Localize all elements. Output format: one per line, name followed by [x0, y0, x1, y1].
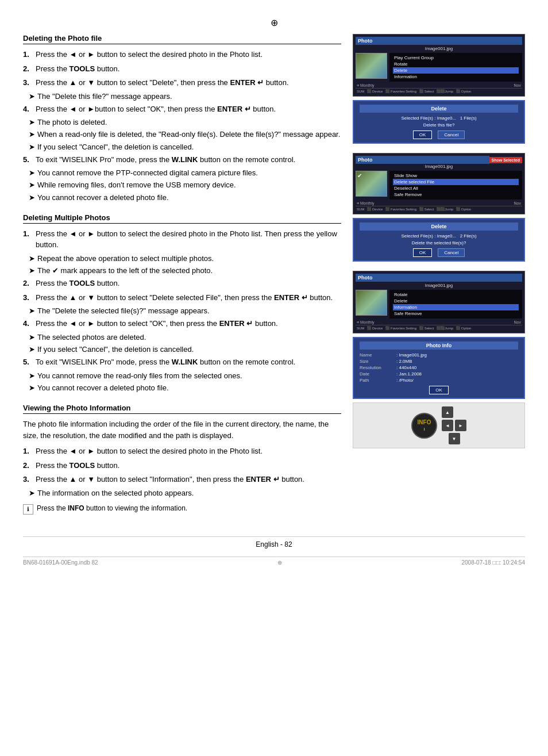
menu-item: Play Current Group	[393, 55, 519, 61]
remote-control-area: INFOi ▲ ◄ ► ▼	[353, 402, 525, 448]
step-3-1: 1. Press the ◄ or ► button to select the…	[23, 446, 341, 457]
date-right: 2008-07-18 □□: 10:24:54	[462, 559, 526, 566]
step-text: Press the TOOLS button.	[36, 63, 341, 75]
info-label: Date	[360, 371, 394, 377]
step-number: 4.	[23, 318, 32, 329]
compass-bottom: ⊕	[277, 559, 282, 566]
step-1-3: 3. Press the ▲ or ▼ button to select "De…	[23, 77, 341, 89]
substep: ➤You cannot remove the read-only files f…	[29, 371, 341, 381]
substep-group: ➤Repeat the above operation to select mu…	[29, 254, 341, 276]
dialog-buttons: OK Cancel	[360, 248, 518, 257]
screen-header: Photo	[356, 37, 522, 45]
substep: ➤The ✔ mark appears to the left of the s…	[29, 266, 341, 276]
photo-screen-3: Photo Image001.jpg Rotate Delete Informa…	[353, 271, 525, 333]
screen-body: Rotate Delete Information Safe Remove	[356, 290, 522, 318]
step-number: 1.	[23, 446, 32, 457]
menu-item: Safe Remove	[393, 310, 519, 317]
step-2-1: 1. Press the ◄ or ► button to select the…	[23, 228, 341, 251]
cancel-button[interactable]: Cancel	[438, 131, 465, 139]
menu-item-delete: Delete	[393, 67, 519, 74]
step-1-4: 4. Press the ◄ or ►button to select "OK"…	[23, 103, 341, 115]
screen-group-3: Photo Image001.jpg Rotate Delete Informa…	[353, 271, 525, 448]
info-value: : /Photo/	[396, 378, 414, 383]
info-button: INFOi	[418, 419, 431, 432]
info-label: Name	[360, 352, 394, 358]
substep: ➤The "Delete the selected file(s)?" mess…	[29, 306, 341, 316]
info-note: ℹ Press the INFO button to viewing the i…	[23, 504, 341, 515]
step-1-2: 2. Press the TOOLS button.	[23, 63, 341, 75]
photo-thumbnail: ✔	[356, 171, 387, 197]
substep: ➤If you select "Cancel", the deletion is…	[29, 142, 341, 152]
step-1-5: 5. To exit "WISELINK Pro" mode, press th…	[23, 154, 341, 166]
top-compass: ⊕	[23, 17, 525, 28]
step-2-4: 4. Press the ◄ or ► button to select "OK…	[23, 318, 341, 329]
dialog-file-info: Selected File(s) : Image0... 2 File(s)	[360, 233, 518, 239]
info-value: : Jan.1.2008	[396, 371, 422, 377]
screen-body: Play Current Group Rotate Delete Informa…	[356, 53, 522, 82]
info-label: Size	[360, 359, 394, 364]
section-deleting-multiple: Deleting Multiple Photos 1. Press the ◄ …	[23, 213, 341, 393]
page-footer: English - 82	[23, 536, 525, 552]
left-column: Deleting the Photo file 1. Press the ◄ o…	[23, 34, 341, 525]
substep: ➤The "Delete this file?" message appears…	[29, 91, 341, 102]
step-2-3: 3. Press the ▲ or ▼ button to select "De…	[23, 292, 341, 304]
screen-body: ✔ Slide Show Delete selected File Desele…	[356, 171, 522, 199]
menu-item: Information	[393, 74, 519, 80]
photo-thumbnail	[356, 53, 387, 79]
bottom-info-bar: BN68-01691A-00Eng.indb 82 ⊕ 2008-07-18 □…	[23, 557, 525, 566]
substep: ➤When a read-only file is deleted, the "…	[29, 129, 341, 140]
step-number: 2.	[23, 63, 32, 75]
dialog-file-info: Selected File(s) : Image0... 1 File(s)	[360, 116, 518, 121]
image-title: Image001.jpg	[356, 283, 522, 288]
step-text: Press the ◄ or ► button to select the de…	[36, 446, 341, 457]
screen-header: Photo	[356, 156, 489, 164]
menu-item-info: Information	[393, 304, 519, 310]
step-number: 4.	[23, 103, 32, 115]
menu-item: Rotate	[393, 291, 519, 298]
ok-button[interactable]: OK	[413, 248, 433, 257]
step-text: To exit "WISELINK Pro" mode, press the W…	[36, 356, 341, 368]
delete-dialog-1: Delete Selected File(s) : Image0... 1 Fi…	[353, 100, 525, 144]
info-note-text: Press the INFO button to viewing the inf…	[37, 504, 187, 512]
dialog-buttons: OK Cancel	[360, 131, 518, 139]
step-text: To exit "WISELINK Pro" mode, press the W…	[36, 154, 341, 166]
step-1-1: 1. Press the ◄ or ► button to select the…	[23, 49, 341, 60]
bottom-bar: SUM ⬛ Device ⬛ Favorites Setting ⬛ Selec…	[356, 88, 522, 94]
info-label: Path	[360, 378, 394, 383]
cancel-button[interactable]: Cancel	[438, 248, 465, 257]
remote-right: ►	[455, 420, 466, 431]
substep: ➤The photo is deleted.	[29, 117, 341, 128]
step-3-3: 3. Press the ▲ or ▼ button to select "In…	[23, 474, 341, 485]
step-number: 5.	[23, 154, 32, 166]
substep-group: ➤The "Delete this file?" message appears…	[29, 91, 341, 102]
info-ok-row: OK	[360, 386, 518, 394]
bottom-bar: SUM ⬛ Device ⬛ Favorites Setting ⬛ Selec…	[356, 206, 522, 212]
step-number: 3.	[23, 77, 32, 89]
section-title-1: Deleting the Photo file	[23, 34, 341, 44]
dialog-message: Delete the selected file(s)?	[360, 240, 518, 245]
section-title-2: Deleting Multiple Photos	[23, 213, 341, 224]
remote-down: ▼	[449, 433, 460, 444]
substep: ➤You cannot remove the PTP-connected dig…	[29, 168, 341, 178]
info-row-path: Path : /Photo/	[360, 378, 518, 383]
step-text: Press the ▲ or ▼ button to select "Infor…	[36, 474, 341, 485]
image-title: Image001.jpg	[356, 46, 522, 51]
nav-indicator: Nov	[377, 83, 521, 87]
step-text: Press the ◄ or ► button to select the de…	[36, 228, 341, 251]
menu-item: Deselect All	[393, 185, 519, 191]
dialog-title: Delete	[360, 105, 518, 113]
menu-item: Rotate	[393, 61, 519, 67]
preference-label: ≡ Monthly	[357, 201, 375, 205]
info-ok-button[interactable]: OK	[429, 386, 449, 394]
section-viewing-info: Viewing the Photo Information The photo …	[23, 404, 341, 515]
remote-nav-buttons: ▲ ◄ ► ▼	[442, 406, 466, 444]
delete-dialog-2: Delete Selected File(s) : Image0... 2 Fi…	[353, 218, 525, 262]
step-text: Press the TOOLS button.	[36, 278, 341, 289]
info-dialog-title: Photo Info	[360, 341, 518, 350]
ok-button[interactable]: OK	[413, 131, 433, 139]
screen-group-2: Photo Show Selected Image001.jpg ✔ Slide…	[353, 153, 525, 262]
step-number: 5.	[23, 356, 32, 368]
nav-indicator: Nov	[377, 201, 521, 205]
preference-label: ≡ Monthly	[357, 83, 375, 87]
substep-group: ➤You cannot remove the read-only files f…	[29, 371, 341, 393]
